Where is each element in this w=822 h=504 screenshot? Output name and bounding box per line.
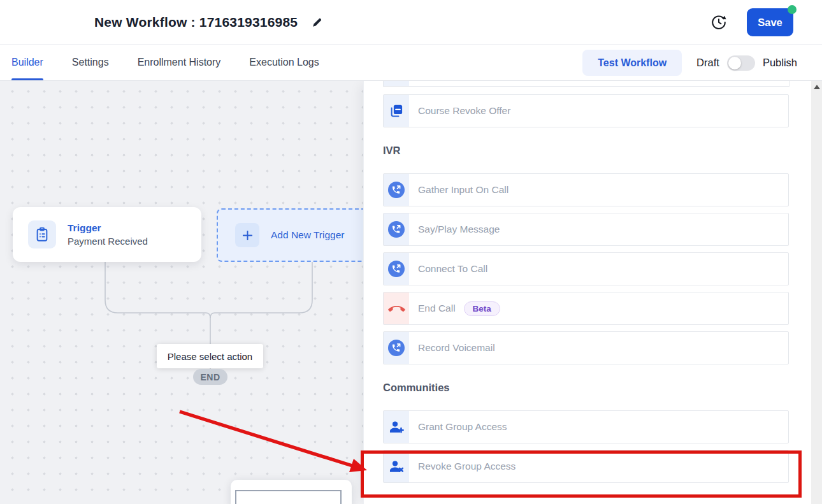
select-action-tooltip: Please select action <box>157 344 263 368</box>
top-bar-right: Save <box>710 0 793 45</box>
actions-panel: Course Revoke OfferIVRGather Input On Ca… <box>363 81 811 504</box>
group-items: Course Revoke Offer <box>383 94 789 127</box>
user-plus-icon <box>389 419 405 435</box>
action-item-label: Gather Input On Call <box>409 174 508 206</box>
action-item-icon-col <box>384 174 409 206</box>
phone-call-icon <box>388 261 405 277</box>
publish-label: Publish <box>763 57 797 69</box>
builder-body: Trigger Payment Received Add New Trigger… <box>0 81 822 504</box>
draft-publish-group: Draft Publish <box>696 55 797 71</box>
tab-enrollment-history[interactable]: Enrollment History <box>138 45 221 80</box>
action-item-record-voicemail[interactable]: Record Voicemail <box>383 331 789 364</box>
action-item-label: Connect To Call <box>409 253 487 285</box>
draft-label: Draft <box>696 57 719 69</box>
action-item-icon-col <box>384 95 409 127</box>
connector-lines <box>0 81 363 504</box>
end-call-icon <box>388 300 405 317</box>
group-items: Gather Input On CallSay/Play MessageConn… <box>383 173 789 364</box>
tab-label: Enrollment History <box>138 57 221 68</box>
trigger-node[interactable]: Trigger Payment Received <box>13 207 201 262</box>
action-item-icon-col <box>384 450 409 482</box>
trigger-texts: Trigger Payment Received <box>68 222 148 247</box>
tab-bar: BuilderSettingsEnrollment HistoryExecuti… <box>0 45 822 81</box>
action-item-label: Say/Play Message <box>409 213 500 245</box>
save-button-label: Save <box>758 17 782 28</box>
user-x-icon <box>389 459 405 475</box>
tab-label: Execution Logs <box>249 57 319 68</box>
action-item-label: Revoke Group Access <box>409 450 516 482</box>
plus-icon-box <box>235 223 259 247</box>
add-new-trigger-button[interactable]: Add New Trigger <box>217 208 373 262</box>
panel-scrollbar[interactable] <box>811 81 822 504</box>
phone-call-icon <box>388 182 405 198</box>
trigger-node-subtitle: Payment Received <box>68 236 148 247</box>
scroll-up-arrow-icon <box>814 85 820 89</box>
action-item-end-call[interactable]: End CallBeta <box>383 292 789 325</box>
action-item-course-revoke-offer[interactable]: Course Revoke Offer <box>383 94 789 127</box>
action-item-partial-icon-col <box>384 81 409 86</box>
tab-bar-right: Test Workflow Draft Publish <box>582 45 797 81</box>
test-workflow-button[interactable]: Test Workflow <box>582 50 682 76</box>
workflow-builder-app: New Workflow : 1716319316985 Save Builde… <box>0 0 822 504</box>
action-item-gather-input-on-call[interactable]: Gather Input On Call <box>383 173 789 206</box>
plus-icon <box>242 229 254 241</box>
action-item-partial <box>383 81 790 87</box>
action-item-icon-col <box>384 213 409 245</box>
action-item-say-play-message[interactable]: Say/Play Message <box>383 213 789 246</box>
section-header-ivr: IVR <box>383 145 789 157</box>
trigger-icon-box <box>28 220 56 248</box>
action-item-icon-col <box>384 411 409 443</box>
action-item-icon-col <box>384 332 409 364</box>
action-groups: Course Revoke OfferIVRGather Input On Ca… <box>383 94 789 483</box>
active-tab-underline <box>11 78 43 80</box>
action-item-label: Grant Group Access <box>409 411 507 443</box>
action-item-label: Course Revoke Offer <box>409 95 510 127</box>
trigger-node-title: Trigger <box>68 222 148 234</box>
top-bar: New Workflow : 1716319316985 Save <box>0 0 822 45</box>
phone-call-icon <box>388 221 405 238</box>
add-new-trigger-label: Add New Trigger <box>271 229 344 241</box>
course-revoke-offer-icon <box>388 103 405 119</box>
end-node: END <box>193 369 227 385</box>
scrollbar-up-button[interactable] <box>811 81 822 92</box>
tab-settings[interactable]: Settings <box>72 45 109 80</box>
action-item-grant-group-access[interactable]: Grant Group Access <box>383 410 789 443</box>
beta-badge: Beta <box>464 301 500 316</box>
phone-call-icon <box>388 340 405 356</box>
edit-title-pencil-icon[interactable] <box>312 17 323 28</box>
partial-action-card <box>231 480 352 504</box>
action-item-label: End Call <box>409 292 456 324</box>
clipboard-icon <box>34 226 50 243</box>
partial-action-card-inner <box>235 490 342 504</box>
tab-label: Settings <box>72 57 109 68</box>
section-header-communities: Communities <box>383 382 789 394</box>
tab-execution-logs[interactable]: Execution Logs <box>249 45 319 80</box>
action-item-icon-col <box>384 253 409 285</box>
group-items: Grant Group AccessRevoke Group Access <box>383 410 789 483</box>
save-button[interactable]: Save <box>747 8 793 36</box>
tab-builder[interactable]: Builder <box>11 45 43 80</box>
version-history-icon[interactable] <box>710 14 727 31</box>
tabs: BuilderSettingsEnrollment HistoryExecuti… <box>0 45 319 80</box>
toggle-knob <box>728 57 741 69</box>
action-item-connect-to-call[interactable]: Connect To Call <box>383 252 789 285</box>
tab-label: Builder <box>11 57 43 68</box>
draft-publish-toggle[interactable] <box>727 55 755 71</box>
unsaved-changes-dot <box>788 5 797 14</box>
action-item-label: Record Voicemail <box>409 332 495 364</box>
title-wrap: New Workflow : 1716319316985 <box>94 15 323 30</box>
action-item-revoke-group-access[interactable]: Revoke Group Access <box>383 450 789 483</box>
page-title: New Workflow : 1716319316985 <box>94 15 298 30</box>
action-item-icon-col <box>384 292 409 324</box>
